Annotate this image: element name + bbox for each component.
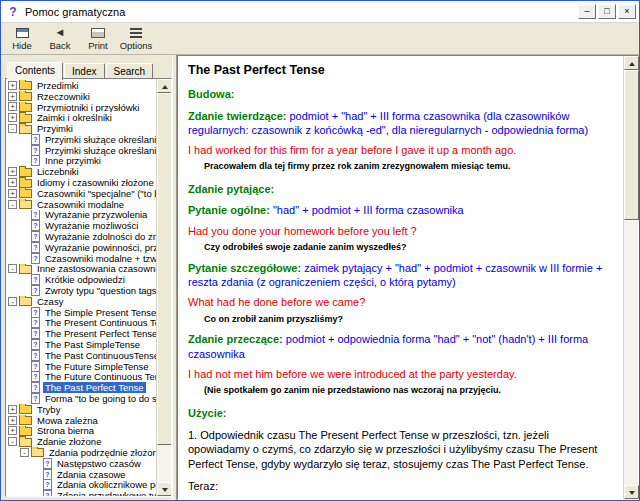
tree-item-label: The Past SimpleTense (43, 339, 142, 350)
tree-item[interactable]: ?Zdania czasowe (6, 469, 156, 480)
tree-item[interactable]: +Mowa zależna (6, 415, 156, 426)
tree-item[interactable]: ?Wyrażanie powinności, przymusu (6, 242, 156, 253)
tree-item-label: Liczebniki (35, 166, 81, 177)
help-page-icon: ? (43, 479, 52, 490)
scroll-down-icon[interactable] (157, 482, 172, 496)
tree-item[interactable]: ?Wyrażanie przyzwolenia (6, 210, 156, 221)
collapse-minus-icon[interactable]: - (8, 297, 17, 306)
tab-index[interactable]: Index (64, 63, 104, 79)
tree-item[interactable]: +Przedimki (6, 80, 156, 91)
tree-item-label: Tryby (35, 404, 62, 415)
tree-item[interactable]: ?Czasowniki modalne + tzw. Perfect Infin… (6, 253, 156, 264)
expand-plus-icon[interactable]: + (8, 113, 17, 122)
folder-icon (19, 92, 32, 101)
tree-item[interactable]: -Czasy (6, 296, 156, 307)
help-page-icon: ? (31, 220, 40, 231)
tree-item[interactable]: ?The Past ContinuousTense (6, 350, 156, 361)
print-button-label: Print (88, 40, 108, 51)
options-button[interactable]: Options (117, 24, 155, 53)
tree-item[interactable]: ?The Simple Present Tense (6, 307, 156, 318)
tree-item[interactable]: ?The Future SimpleTense (6, 361, 156, 372)
tree-item[interactable]: ?Zdania przydawkowe typu Defining (6, 490, 156, 496)
title-bar[interactable]: ? Pomoc gramatyczna – □ × (1, 1, 639, 23)
collapse-minus-icon[interactable]: - (8, 124, 17, 133)
tab-search[interactable]: Search (106, 63, 154, 79)
scroll-down-icon[interactable] (624, 485, 639, 499)
tree-item[interactable]: +Liczebniki (6, 166, 156, 177)
collapse-minus-icon[interactable]: - (8, 264, 17, 273)
tab-contents[interactable]: Contents (7, 62, 63, 80)
tree-item[interactable]: ?The Present Perfect Tense (6, 328, 156, 339)
expand-plus-icon[interactable]: + (8, 405, 17, 414)
tree-item[interactable]: ?The Present Continuous Tense (6, 318, 156, 329)
tree-item[interactable]: -Inne zastosowania czasowników modalnych (6, 264, 156, 275)
tree-item[interactable]: +Idiomy i czasowniki złożone ("phrasal v… (6, 177, 156, 188)
tree-item[interactable]: +Czasowniki "specjalne" ("to be"...) (6, 188, 156, 199)
content-scrollbar[interactable] (623, 56, 638, 499)
content-pane: The Past Perfect Tense Budowa:Zdanie twi… (177, 55, 639, 500)
back-button[interactable]: ◄ Back (41, 24, 79, 53)
maximize-button[interactable]: □ (598, 4, 616, 19)
tree-item-label: The Present Perfect Tense (43, 328, 156, 339)
tree-scrollbar[interactable] (156, 79, 171, 496)
content-block: Zdanie twierdzące: podmiot + "had" + III… (188, 109, 613, 138)
close-button[interactable]: × (618, 4, 636, 19)
tree-item[interactable]: +Tryby (6, 404, 156, 415)
text-segment: Użycie: (188, 407, 227, 419)
tree-item-label: Rzeczowniki (35, 91, 92, 102)
expand-plus-icon[interactable]: + (8, 426, 17, 435)
tree-item[interactable]: -Zdania podrzędnie złożone (6, 447, 156, 458)
expand-plus-icon[interactable]: + (8, 416, 17, 425)
folder-open-icon (19, 297, 32, 306)
expand-plus-icon[interactable]: + (8, 189, 17, 198)
back-button-label: Back (49, 40, 70, 51)
help-page-icon: ? (31, 210, 40, 221)
collapse-minus-icon[interactable]: - (8, 200, 17, 209)
tree-item[interactable]: ?Zdania okolicznikowe porównawcze (6, 479, 156, 490)
scroll-up-icon[interactable] (157, 79, 172, 93)
tree-item[interactable]: ?Przyimki służące określaniu czasu (6, 134, 156, 145)
tree-item[interactable]: ?Zwroty typu "question tags" (6, 285, 156, 296)
text-segment: Pytanie szczegółowe: (188, 262, 304, 274)
tree-item[interactable]: ?Wyrażanie możliwości (6, 220, 156, 231)
folder-open-icon (19, 200, 32, 209)
folder-icon (19, 405, 32, 414)
content-block: I had worked for this firm for a year be… (188, 143, 613, 157)
print-button[interactable]: Print (79, 24, 117, 53)
expand-plus-icon[interactable]: + (8, 178, 17, 187)
tree-item[interactable]: ?Przyimki służące określaniu miejsca (6, 145, 156, 156)
folder-icon (19, 179, 32, 188)
tree-item[interactable]: ?The Future Continuous Tense (6, 372, 156, 383)
minimize-button[interactable]: – (578, 4, 596, 19)
tree-item[interactable]: -Czasowniki modalne (6, 199, 156, 210)
hide-button[interactable]: Hide (3, 24, 41, 53)
tree-item[interactable]: +Zaimki i określniki (6, 112, 156, 123)
tree-item[interactable]: ?Następstwo czasów (6, 458, 156, 469)
expand-plus-icon[interactable]: + (8, 81, 17, 90)
tree-item-label: The Future SimpleTense (43, 361, 151, 372)
tree-item[interactable]: +Strona bierna (6, 426, 156, 437)
tree-item[interactable]: ?The Past SimpleTense (6, 339, 156, 350)
tree-scrollbar-thumb[interactable] (157, 93, 172, 445)
text-segment: I had worked for this firm for a year be… (188, 144, 516, 156)
text-segment: Budowa: (188, 88, 234, 100)
content-scrollbar-thumb[interactable] (624, 70, 639, 220)
expand-plus-icon[interactable]: + (8, 167, 17, 176)
tree-item[interactable]: ?Forma "to be going to do something" (6, 393, 156, 404)
tree-item[interactable]: ?Wyrażanie zdolności do zrobienia czegoś (6, 231, 156, 242)
expand-plus-icon[interactable]: + (8, 92, 17, 101)
tree-item[interactable]: -Zdanie złożone (6, 436, 156, 447)
collapse-minus-icon[interactable]: - (20, 448, 29, 457)
tree: +Przedimki+Rzeczowniki+Przymiotniki i pr… (6, 80, 156, 496)
tree-item[interactable]: ?The Past Perfect Tense (6, 382, 156, 393)
scroll-up-icon[interactable] (624, 56, 639, 70)
tree-item[interactable]: -Przyimki (6, 123, 156, 134)
tree-item[interactable]: +Przymiotniki i przysłówki (6, 102, 156, 113)
content-blocks: Budowa:Zdanie twierdzące: podmiot + "had… (188, 87, 613, 499)
collapse-minus-icon[interactable]: - (8, 437, 17, 446)
tree-item[interactable]: ?Krótkie odpowiedzi (6, 274, 156, 285)
tree-item[interactable]: +Rzeczowniki (6, 91, 156, 102)
content-block: Pytanie ogólne: "had" + podmiot + III fo… (188, 203, 613, 217)
expand-plus-icon[interactable]: + (8, 102, 17, 111)
tree-item[interactable]: ?Inne przyimki (6, 156, 156, 167)
